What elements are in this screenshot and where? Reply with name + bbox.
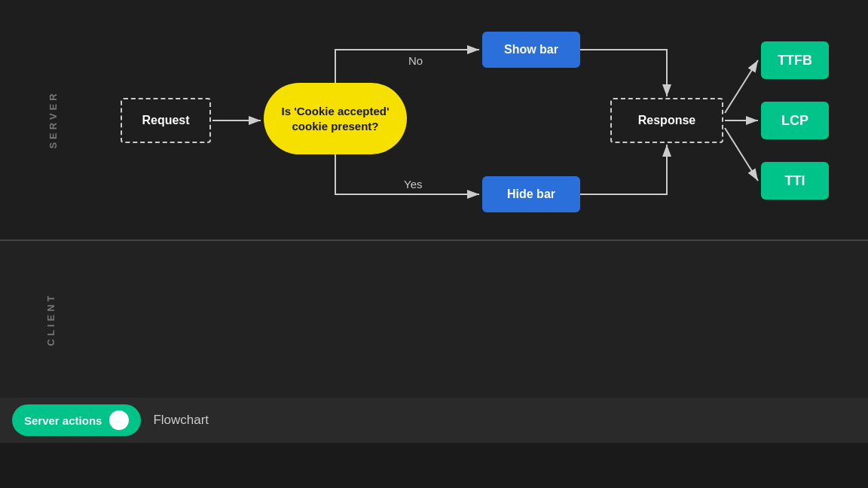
client-label: CLIENT — [45, 293, 57, 346]
svg-line-2 — [725, 60, 758, 113]
server-section: SERVER — [0, 0, 868, 241]
server-flowchart-area: Request Is 'Cookie accepted' cookie pres… — [45, 0, 868, 239]
tti-node: TTI — [761, 162, 829, 200]
server-actions-toggle[interactable]: Server actions — [12, 404, 141, 436]
lcp-node: LCP — [761, 102, 829, 139]
svg-line-4 — [725, 128, 758, 181]
request-node: Request — [121, 98, 211, 143]
no-label: No — [408, 54, 423, 67]
toggle-label: Server actions — [24, 414, 102, 427]
yes-label: Yes — [404, 178, 422, 191]
client-section: CLIENT Server actions Flowchart — [0, 241, 868, 443]
toggle-circle — [109, 410, 129, 430]
decision-node: Is 'Cookie accepted' cookie present? — [264, 83, 407, 154]
hide-bar-node: Hide bar — [482, 176, 580, 212]
response-node: Response — [610, 98, 723, 143]
ttfb-node: TTFB — [761, 41, 829, 79]
show-bar-node: Show bar — [482, 32, 580, 68]
bottom-bar: Server actions Flowchart — [0, 398, 868, 443]
flowchart-view-label: Flowchart — [153, 413, 209, 428]
